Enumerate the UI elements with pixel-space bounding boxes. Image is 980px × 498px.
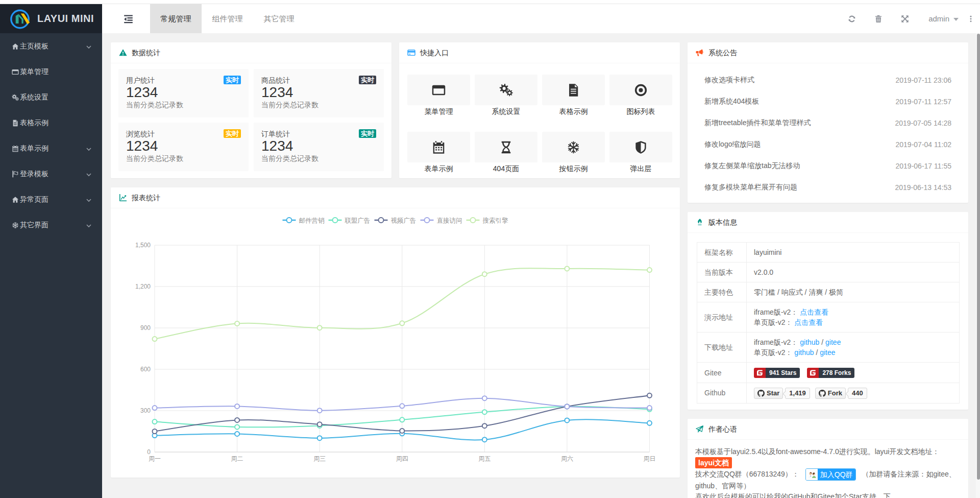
version-link[interactable]: gitee — [820, 348, 835, 357]
sidebar-item-3[interactable]: 系统设置 — [0, 85, 102, 110]
version-row-5: 下载地址iframe版-v2： github / gitee单页版-v2： gi… — [697, 333, 960, 363]
github-fork-count[interactable]: 440 — [848, 388, 867, 399]
version-link[interactable]: github — [800, 338, 819, 346]
quick-entry-8[interactable]: 弹出层 — [609, 132, 672, 174]
svg-text:周五: 周五 — [478, 455, 491, 462]
stat-desc: 当前分类总记录数 — [126, 100, 241, 110]
svg-text:周日: 周日 — [644, 455, 656, 462]
more-button[interactable] — [962, 4, 980, 33]
github-fork-button[interactable]: Fork — [815, 388, 846, 399]
join-qq-group-button[interactable]: 加入QQ群 — [805, 468, 856, 481]
user-menu[interactable]: admin — [918, 4, 962, 33]
sidebar-item-5[interactable]: 表单示例 — [0, 136, 102, 161]
announcement-text: 修改选项卡样式 — [704, 76, 896, 85]
announcements-card: 系统公告 修改选项卡样式2019-07-11 23:06新增系统404模板201… — [688, 42, 968, 203]
shield-icon — [609, 132, 672, 162]
version-link[interactable]: 点击查看 — [800, 308, 828, 316]
version-row-2: 当前版本v2.0.0 — [697, 263, 960, 282]
announcement-date: 2019-07-04 11:02 — [896, 140, 952, 149]
scrollbar-thumb[interactable] — [977, 34, 980, 480]
logo-bar[interactable]: LAYUI MINI — [0, 4, 102, 33]
tab-2[interactable]: 组件管理 — [202, 4, 253, 33]
gitee-badge-2[interactable]: 278 Forks — [807, 368, 854, 378]
announcement-item-4[interactable]: 修改logo缩放问题2019-07-04 11:02 — [695, 134, 961, 155]
sidebar-item-1[interactable]: 主页模板 — [0, 34, 102, 59]
quick-entry-5[interactable]: 表单示例 — [407, 132, 470, 174]
svg-text:搜索引擎: 搜索引擎 — [483, 217, 509, 224]
top-strip — [0, 0, 980, 4]
window-icon — [407, 75, 470, 105]
github-button-label: Fork — [828, 388, 842, 398]
announcement-item-6[interactable]: 修复多模块菜单栏展开有问题2019-06-13 14:53 — [695, 177, 961, 198]
svg-text:周三: 周三 — [313, 455, 326, 462]
version-row-value: layuimini — [747, 243, 960, 263]
version-row-label: 下载地址 — [697, 333, 747, 363]
refresh-button[interactable] — [839, 4, 865, 33]
home-icon — [11, 196, 19, 204]
sidebar-item-label: 登录模板 — [20, 170, 86, 179]
version-link[interactable]: github — [794, 348, 814, 357]
sidebar-item-label: 表单示例 — [20, 144, 86, 153]
quick-entry-1[interactable]: 菜单管理 — [407, 75, 470, 116]
calendar-icon — [11, 145, 19, 153]
sidebar-item-6[interactable]: 登录模板 — [0, 161, 102, 187]
version-link[interactable]: gitee — [825, 338, 841, 346]
outdent-icon — [124, 14, 133, 23]
page-scrollbar[interactable] — [976, 33, 980, 498]
author-text-4: 喜欢此后台模板的可以给我的GitHub和Gitee加个Star支持，下 — [695, 492, 891, 498]
announcements-card-title: 系统公告 — [708, 42, 737, 63]
sidebar-item-4[interactable]: 表格示例 — [0, 110, 102, 136]
announcement-text: 新增treetable插件和菜单管理样式 — [704, 118, 895, 128]
quick-entry-label: 弹出层 — [630, 163, 652, 174]
announcement-item-1[interactable]: 修改选项卡样式2019-07-11 23:06 — [695, 69, 961, 91]
announcement-item-3[interactable]: 新增treetable插件和菜单管理样式2019-07-05 14:28 — [695, 112, 961, 134]
quick-entry-3[interactable]: 表格示例 — [542, 75, 605, 116]
quick-entry-6[interactable]: 404页面 — [475, 132, 537, 174]
quick-entry-label: 按钮示例 — [559, 163, 588, 174]
sidebar-item-label: 系统设置 — [20, 93, 92, 102]
report-chart[interactable]: 03006009001,2001,500周一周二周三周四周五周六周日邮件营销联盟… — [111, 208, 679, 477]
stat-box-2: 商品统计1234当前分类总记录数实时 — [254, 69, 384, 117]
version-link[interactable]: 点击查看 — [794, 318, 823, 326]
quick-entry-4[interactable]: 图标列表 — [609, 75, 672, 116]
hourglass-icon — [475, 132, 537, 162]
collapse-sidebar-button[interactable] — [102, 4, 150, 33]
gitee-badge-1[interactable]: 941 Stars — [754, 368, 800, 378]
stat-value: 1234 — [261, 139, 376, 153]
gitee-badge-label: 278 Forks — [819, 368, 854, 378]
version-row-3: 主要特色零门槛 / 响应式 / 清爽 / 极简 — [697, 282, 960, 302]
sidebar-item-8[interactable]: 其它界面 — [0, 212, 102, 238]
chevron-down-icon — [86, 146, 92, 152]
author-card: 作者心语 本模板基于layui2.5.4以及font-awesome-4.7.0… — [688, 419, 968, 498]
chevron-down-icon — [86, 43, 92, 50]
fullscreen-button[interactable] — [892, 4, 918, 33]
svg-text:600: 600 — [140, 366, 151, 373]
version-row-label: Gitee — [697, 363, 747, 383]
trash-icon — [874, 15, 883, 23]
sidebar-item-7[interactable]: 异常页面 — [0, 187, 102, 212]
report-card-header: 报表统计 — [111, 187, 680, 208]
version-row-label: 主要特色 — [697, 282, 747, 302]
announcement-date: 2019-07-05 14:28 — [895, 119, 951, 127]
tab-1[interactable]: 常规管理 — [150, 4, 202, 33]
status-badge: 实时 — [224, 76, 241, 84]
github-star-count[interactable]: 1,419 — [785, 388, 810, 399]
dot-circle-icon — [609, 75, 672, 105]
sidebar-item-2[interactable]: 菜单管理 — [0, 59, 102, 85]
file-text-icon — [11, 120, 19, 127]
stats-quick-row: 数据统计 用户统计1234当前分类总记录数实时商品统计1234当前分类总记录数实… — [111, 42, 680, 178]
announcement-item-5[interactable]: 修复左侧菜单缩放tab无法移动2019-06-17 11:55 — [695, 155, 961, 177]
logo-text: LAYUI MINI — [37, 13, 94, 25]
announcement-item-2[interactable]: 新增系统404模板2019-07-11 12:57 — [695, 91, 961, 112]
github-star-button[interactable]: Star — [754, 388, 783, 399]
layui-doc-link[interactable]: layui文档 — [695, 457, 732, 468]
svg-text:直接访问: 直接访问 — [437, 217, 462, 224]
quick-entry-2[interactable]: 系统设置 — [475, 75, 537, 116]
gitee-logo-icon — [754, 368, 766, 378]
github-octocat-icon — [819, 390, 828, 397]
quick-card-title: 快捷入口 — [420, 42, 449, 63]
tab-3[interactable]: 其它管理 — [253, 4, 305, 33]
quick-entry-7[interactable]: 按钮示例 — [542, 132, 605, 174]
clear-cache-button[interactable] — [865, 4, 892, 33]
status-badge: 实时 — [224, 129, 241, 138]
